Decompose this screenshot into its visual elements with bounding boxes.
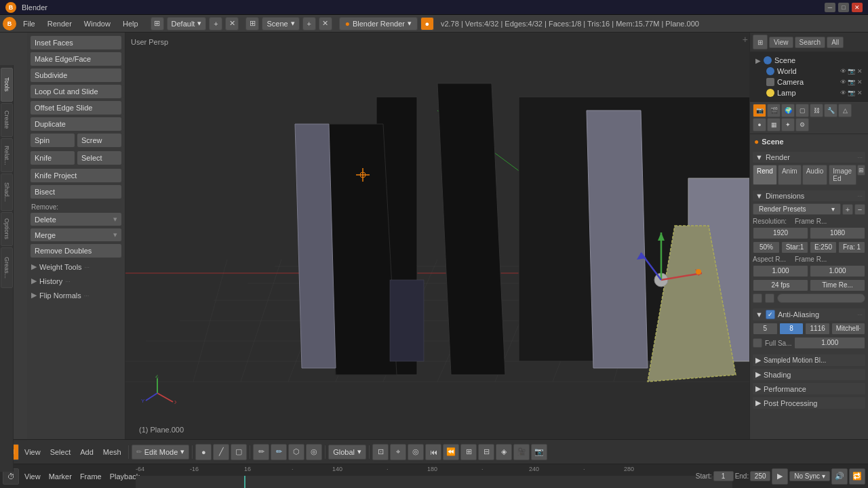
fps-input[interactable]: 24 fps	[753, 279, 808, 291]
inset-faces-button[interactable]: Inset Faces	[30, 35, 122, 50]
modifier-icon[interactable]: 🔧	[824, 104, 837, 117]
scene-x-icon[interactable]: ✕	[319, 17, 332, 30]
delete-dropdown[interactable]: Delete ▾	[30, 212, 122, 226]
viewport-corner-plus[interactable]: +	[743, 34, 748, 45]
constraint-icon[interactable]: ⛓	[810, 104, 823, 117]
first-frame-btn[interactable]: ⏮	[425, 444, 441, 460]
menu-window[interactable]: Window	[79, 18, 116, 29]
tab-anim[interactable]: Anim	[778, 165, 802, 185]
render-engine-dropdown[interactable]: ● Blender Render ▾	[339, 17, 418, 30]
knife-button[interactable]: Knife	[30, 150, 75, 165]
maximize-button[interactable]: □	[838, 3, 849, 12]
draw-tool3[interactable]: ⬡	[288, 444, 304, 460]
loop-btn[interactable]: 🔁	[849, 468, 865, 485]
aa-val3[interactable]: 1116	[805, 323, 830, 335]
select-label[interactable]: Select	[46, 447, 75, 458]
flip-normals-section[interactable]: ▶ Flip Normals ···	[30, 288, 122, 302]
fra1-input[interactable]: Fra: 1	[838, 241, 865, 253]
e250-input[interactable]: E:250	[810, 241, 837, 253]
view-toggle-icon[interactable]: ⊞	[151, 17, 164, 30]
world-props-icon[interactable]: 🌍	[781, 104, 795, 117]
grease-pencil-tab[interactable]: Greas...	[1, 247, 13, 288]
full-sa-checkbox[interactable]	[753, 338, 762, 348]
presets-add[interactable]: +	[842, 204, 853, 215]
bisect-button[interactable]: Bisect	[30, 184, 122, 199]
menu-help[interactable]: Help	[117, 18, 144, 29]
audio-btn[interactable]: 🔊	[831, 468, 848, 485]
spin-button[interactable]: Spin	[30, 133, 75, 148]
edge-mode-btn[interactable]: ╱	[213, 444, 229, 460]
scene-dropdown[interactable]: Scene ▾	[262, 17, 299, 30]
texture-icon[interactable]: ▦	[767, 118, 781, 131]
material-icon[interactable]: ●	[753, 118, 766, 131]
render-header[interactable]: ▼ Render ···	[753, 152, 865, 163]
aa-slider[interactable]	[777, 293, 865, 303]
res-x-input[interactable]: 1920	[753, 227, 808, 239]
render-props-icon[interactable]: 📷	[753, 104, 766, 117]
scene-canvas[interactable]	[125, 33, 749, 439]
draw-tool4[interactable]: ◎	[306, 444, 322, 460]
history-section[interactable]: ▶ History ···	[30, 274, 122, 288]
play-btn[interactable]: ▶	[772, 468, 788, 485]
aa-val2[interactable]: 8	[779, 323, 804, 335]
relations-tab[interactable]: Relat...	[1, 138, 13, 172]
star1-input[interactable]: Star:1	[781, 241, 808, 253]
screw-button[interactable]: Screw	[77, 133, 122, 148]
vertex-mode-btn[interactable]: ●	[195, 444, 212, 460]
remove-doubles-button[interactable]: Remove Doubles	[30, 243, 122, 258]
offset-edge-button[interactable]: Offset Edge Slide	[30, 100, 122, 115]
world-item[interactable]: World 👁 📷 ✕	[764, 66, 865, 77]
add-label[interactable]: Add	[76, 447, 98, 458]
misc-btn3[interactable]: ◈	[496, 444, 512, 460]
all-btn[interactable]: All	[827, 37, 844, 48]
duplicate-button[interactable]: Duplicate	[30, 117, 122, 131]
tab-audio[interactable]: Audio	[802, 165, 828, 185]
prop-edit-btn[interactable]: ◎	[408, 444, 424, 460]
mode-dropdown[interactable]: ✏ Edit Mode ▾	[132, 445, 190, 460]
data-icon[interactable]: △	[838, 104, 852, 117]
time-re-input[interactable]: Time Re...	[810, 279, 865, 291]
asp-x-input[interactable]: 1.000	[753, 265, 808, 277]
aa-checkbox[interactable]: ✓	[766, 310, 775, 319]
shading-header[interactable]: ▶ Shading	[753, 369, 865, 380]
scene-row[interactable]: ▶ Scene	[753, 55, 865, 66]
percent-input[interactable]: 50%	[753, 241, 780, 253]
physics-icon[interactable]: ⚙	[795, 118, 809, 131]
search-btn[interactable]: Search	[795, 37, 826, 48]
engine-icon[interactable]: ●	[420, 17, 434, 30]
scene-add-icon[interactable]: +	[302, 17, 316, 30]
res-y-input[interactable]: 1080	[810, 227, 865, 239]
end-input[interactable]: 250	[750, 471, 770, 481]
loop-cut-button[interactable]: Loop Cut and Slide	[30, 84, 122, 99]
workspace-x-icon[interactable]: ✕	[225, 17, 239, 30]
timeline-track[interactable]	[136, 476, 732, 488]
disp-icon[interactable]: ⊞	[857, 165, 865, 176]
checkbox2[interactable]	[765, 293, 774, 303]
particle-icon[interactable]: ✦	[781, 118, 795, 131]
face-mode-btn[interactable]: ▢	[231, 444, 247, 460]
motion-blur-header[interactable]: ▶ Sampled Motion Bl...	[753, 354, 865, 366]
subdivide-button[interactable]: Subdivide	[30, 68, 122, 83]
select-button[interactable]: Select	[77, 150, 122, 165]
view-label[interactable]: View	[20, 447, 45, 458]
asp-y-input[interactable]: 1.000	[810, 265, 865, 277]
obj-props-icon[interactable]: ▢	[795, 104, 809, 117]
misc-btn2[interactable]: ⊟	[478, 444, 494, 460]
menu-render[interactable]: Render	[42, 18, 77, 29]
post-processing-header[interactable]: ▶ Post Processing	[753, 397, 865, 409]
draw-tool1[interactable]: ✏	[253, 444, 269, 460]
workspace-dropdown[interactable]: Default ▾	[167, 17, 207, 30]
scene-props-icon[interactable]: 🎬	[767, 104, 781, 117]
snap2-btn[interactable]: ⌖	[390, 444, 406, 460]
knife-project-button[interactable]: Knife Project	[30, 168, 122, 183]
anti-aliasing-header[interactable]: ▼ ✓ Anti-Aliasing ···	[753, 308, 865, 321]
render-presets-dropdown[interactable]: Render Presets ▾	[753, 203, 841, 215]
make-edge-face-button[interactable]: Make Edge/Face	[30, 52, 122, 66]
shading-tab[interactable]: Shad...	[1, 174, 13, 211]
create-tab[interactable]: Create	[1, 103, 13, 137]
tools-tab[interactable]: Tools	[1, 68, 13, 102]
checkbox1[interactable]	[753, 293, 762, 303]
draw-tool2[interactable]: ✏	[271, 444, 287, 460]
view-timeline[interactable]: View	[22, 471, 43, 482]
aa-val1[interactable]: 5	[753, 323, 778, 335]
